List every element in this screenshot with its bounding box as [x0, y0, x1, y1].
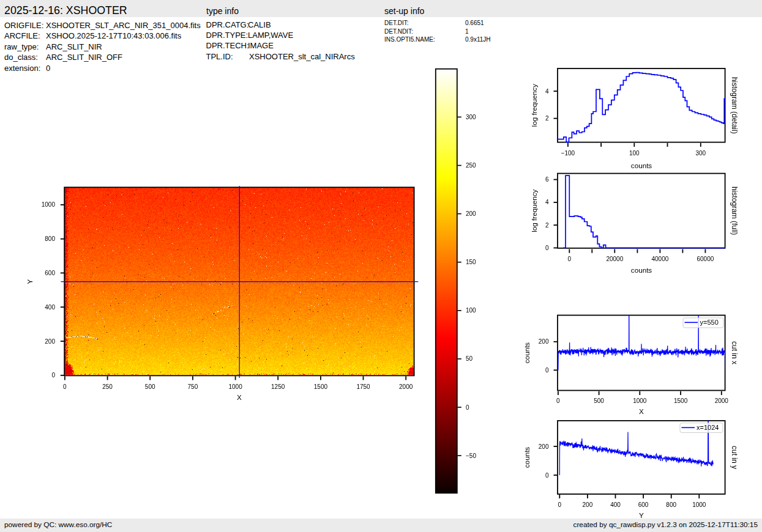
- svg-text:750: 750: [188, 383, 198, 390]
- svg-text:cut in y: cut in y: [730, 446, 739, 469]
- svg-text:1500: 1500: [674, 397, 688, 404]
- svg-text:X: X: [639, 407, 644, 415]
- svg-text:2000: 2000: [399, 383, 413, 390]
- svg-text:200: 200: [539, 338, 549, 345]
- svg-text:0: 0: [466, 404, 469, 411]
- svg-text:6: 6: [545, 176, 549, 183]
- svg-text:histogram (full): histogram (full): [730, 187, 739, 235]
- svg-text:1000: 1000: [42, 201, 56, 208]
- svg-text:X: X: [237, 393, 242, 401]
- svg-text:150: 150: [466, 259, 476, 265]
- svg-text:Y: Y: [639, 511, 644, 519]
- svg-text:600: 600: [45, 270, 55, 276]
- svg-text:200: 200: [466, 210, 476, 217]
- svg-text:200: 200: [539, 443, 549, 450]
- svg-text:0: 0: [545, 245, 549, 251]
- svg-text:600: 600: [638, 501, 649, 508]
- svg-text:−100: −100: [561, 150, 575, 157]
- svg-text:250: 250: [102, 383, 113, 390]
- svg-text:250: 250: [466, 162, 476, 169]
- svg-text:60000: 60000: [697, 256, 714, 262]
- svg-text:0: 0: [545, 472, 549, 479]
- svg-text:50: 50: [466, 355, 473, 362]
- svg-text:0: 0: [568, 256, 572, 262]
- svg-text:x=1024: x=1024: [697, 424, 719, 431]
- svg-text:y=550: y=550: [700, 319, 719, 326]
- svg-text:100: 100: [466, 307, 476, 314]
- svg-text:100: 100: [629, 150, 640, 157]
- svg-text:1750: 1750: [356, 383, 370, 390]
- svg-text:0: 0: [63, 383, 67, 390]
- svg-text:800: 800: [666, 501, 676, 508]
- svg-text:40000: 40000: [651, 256, 668, 262]
- svg-text:counts: counts: [631, 161, 652, 169]
- svg-text:300: 300: [466, 114, 476, 120]
- svg-text:20000: 20000: [606, 256, 623, 262]
- svg-text:300: 300: [695, 150, 706, 157]
- svg-text:500: 500: [145, 383, 155, 390]
- svg-text:cut in x: cut in x: [730, 341, 739, 364]
- svg-text:0: 0: [558, 501, 562, 508]
- svg-text:counts: counts: [523, 342, 531, 364]
- svg-text:400: 400: [610, 501, 621, 508]
- svg-text:2: 2: [545, 222, 549, 229]
- svg-text:500: 500: [594, 397, 604, 404]
- svg-text:1000: 1000: [633, 397, 647, 404]
- svg-text:−50: −50: [466, 453, 476, 459]
- svg-text:4: 4: [545, 88, 549, 95]
- svg-text:1500: 1500: [314, 383, 328, 390]
- svg-text:400: 400: [45, 304, 55, 311]
- svg-text:0: 0: [556, 397, 560, 404]
- svg-text:counts: counts: [523, 447, 531, 468]
- svg-text:counts: counts: [631, 266, 652, 274]
- svg-text:0: 0: [51, 372, 55, 379]
- svg-text:1250: 1250: [271, 383, 285, 390]
- svg-text:log frequency: log frequency: [531, 84, 539, 127]
- svg-text:Y: Y: [26, 279, 34, 284]
- svg-text:2000: 2000: [715, 397, 729, 404]
- svg-text:2: 2: [545, 115, 549, 122]
- svg-text:log frequency: log frequency: [531, 189, 539, 232]
- svg-text:0: 0: [545, 367, 549, 374]
- svg-text:200: 200: [45, 338, 55, 345]
- svg-text:4: 4: [545, 199, 549, 205]
- svg-text:800: 800: [45, 235, 55, 242]
- svg-text:200: 200: [583, 501, 593, 508]
- svg-text:1000: 1000: [228, 383, 242, 390]
- svg-text:1000: 1000: [692, 501, 706, 508]
- svg-text:histogram (detail): histogram (detail): [730, 77, 739, 134]
